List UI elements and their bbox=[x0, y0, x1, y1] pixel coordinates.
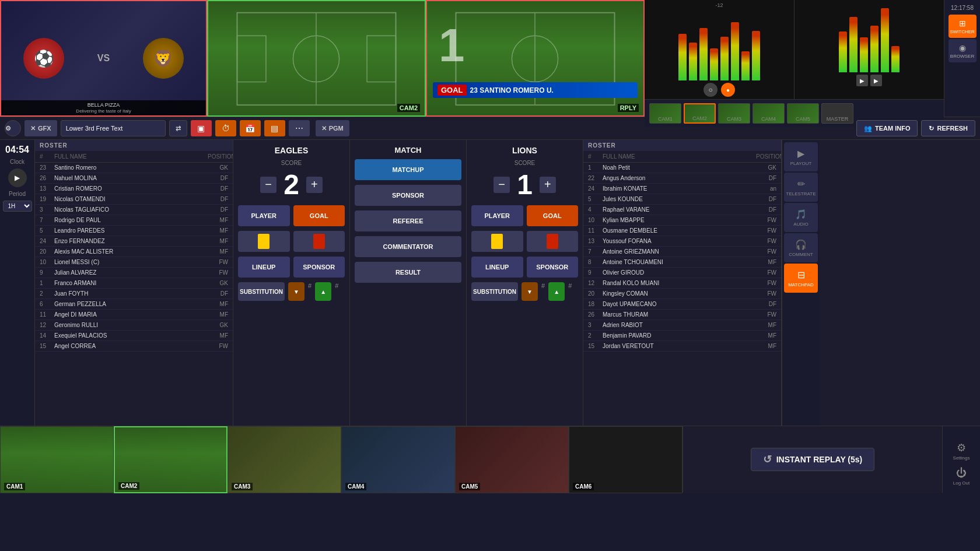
away-roster-row[interactable]: 24 Ibrahim KONATE an bbox=[583, 184, 781, 194]
away-red-card-btn[interactable] bbox=[527, 231, 579, 252]
away-lineup-btn[interactable]: LINEUP bbox=[471, 257, 523, 278]
switcher-cam5[interactable]: CAM5 bbox=[787, 103, 819, 124]
away-roster-row[interactable]: 4 Raphael VARANE DF bbox=[583, 205, 781, 215]
home-red-card-btn[interactable] bbox=[293, 231, 345, 252]
gfx-btn[interactable]: ✕ GFX bbox=[24, 120, 57, 136]
match-sponsor-btn[interactable]: SPONSOR bbox=[355, 185, 461, 206]
vu-circle-btn[interactable]: ○ bbox=[704, 83, 718, 97]
away-roster-row[interactable]: 26 Marcus THURAM FW bbox=[583, 310, 781, 320]
matchpad-tab[interactable]: ⊟ MATCHPAD bbox=[784, 264, 818, 293]
thumb-cam4[interactable]: CAM4 bbox=[341, 426, 455, 493]
home-roster-row[interactable]: 9 Julian ALVAREZ FW bbox=[35, 268, 233, 278]
switcher-master[interactable]: MASTER bbox=[821, 103, 853, 124]
period-select[interactable]: 1H 2H ET1 ET2 bbox=[3, 201, 32, 212]
home-roster-row[interactable]: 19 Nicolas OTAMENDI DF bbox=[35, 194, 233, 205]
home-score-minus[interactable]: − bbox=[260, 177, 276, 193]
pgm-btn[interactable]: ✕ PGM bbox=[316, 120, 349, 136]
home-roster-row[interactable]: 15 Angel CORREA FW bbox=[35, 341, 233, 352]
home-goal-btn[interactable]: GOAL bbox=[293, 205, 345, 226]
swap-btn[interactable]: ⇄ bbox=[169, 120, 187, 136]
away-sub-up-btn[interactable]: ▲ bbox=[548, 282, 565, 301]
settings-bottom-btn[interactable]: ⚙ Settings bbox=[947, 439, 976, 462]
away-roster-row[interactable]: 20 Kingsley COMAN FW bbox=[583, 289, 781, 299]
vu-on-air-btn[interactable]: ● bbox=[721, 83, 735, 97]
logout-btn[interactable]: ⏻ Log Out bbox=[947, 465, 976, 488]
away-score-plus[interactable]: + bbox=[540, 177, 556, 193]
video-panel-cam2[interactable]: CAM2 bbox=[207, 0, 426, 117]
home-lineup-btn[interactable]: LINEUP bbox=[238, 257, 290, 278]
live-btn[interactable]: ▤ bbox=[264, 120, 285, 136]
cam5-thumb[interactable]: CAM5 bbox=[787, 103, 819, 124]
home-roster-row[interactable]: 20 Alexis MAC ALLISTER MF bbox=[35, 247, 233, 257]
home-roster-row[interactable]: 14 Exequiel PALACIOS MF bbox=[35, 331, 233, 341]
vu2-play-btn2[interactable]: ▶ bbox=[870, 75, 882, 86]
away-roster-row[interactable]: 22 Angus Anderson DF bbox=[583, 173, 781, 184]
away-roster-row[interactable]: 7 Antoine GRIEZMANN FW bbox=[583, 247, 781, 257]
away-sub-label[interactable]: SUBSTITUTION bbox=[471, 282, 518, 301]
clock-btn[interactable]: ⏱ bbox=[215, 120, 236, 136]
home-score-plus[interactable]: + bbox=[306, 177, 323, 193]
switcher-tab[interactable]: ⊞ SWITCHER bbox=[949, 15, 977, 38]
away-roster-row[interactable]: 12 Randal KOLO MUANI FW bbox=[583, 278, 781, 289]
home-roster-row[interactable]: 3 Nicolas TAGLIAFICO DF bbox=[35, 205, 233, 215]
result-btn[interactable]: RESULT bbox=[355, 262, 461, 283]
home-sub-label[interactable]: SUBSTITUTION bbox=[238, 282, 285, 301]
thumb-cam2[interactable]: CAM2 bbox=[114, 426, 228, 493]
home-roster-row[interactable]: 23 Santino Romero GK bbox=[35, 163, 233, 173]
master-thumb[interactable]: MASTER bbox=[821, 103, 853, 124]
matchup-btn[interactable]: MATCHUP bbox=[355, 159, 461, 180]
calendar-btn[interactable]: 📅 bbox=[240, 120, 261, 136]
cam4-thumb[interactable]: CAM4 bbox=[752, 103, 785, 124]
away-roster-row[interactable]: 3 Adrien RABIOT MF bbox=[583, 320, 781, 331]
refresh-btn[interactable]: ↻ REFRESH bbox=[921, 120, 975, 136]
thumb-cam6[interactable]: CAM6 bbox=[569, 426, 682, 493]
switcher-cam4[interactable]: CAM4 bbox=[752, 103, 785, 124]
cam1-thumb[interactable]: CAM1 bbox=[649, 103, 681, 124]
thumb-cam5[interactable]: CAM5 bbox=[455, 426, 569, 493]
away-roster-row[interactable]: 18 Dayot UPAMECANO DF bbox=[583, 299, 781, 310]
settings-btn[interactable]: ⚙ bbox=[5, 120, 21, 136]
home-sub-up-btn[interactable]: ▲ bbox=[315, 282, 331, 301]
video-panel-rply[interactable]: 1 GOAL 23 SANTINO ROMERO U. RPLY bbox=[426, 0, 645, 117]
clock-play-btn[interactable]: ▶ bbox=[8, 169, 27, 187]
home-sponsor-btn[interactable]: SPONSOR bbox=[293, 257, 345, 278]
switcher-cam3[interactable]: CAM3 bbox=[718, 103, 750, 124]
away-yellow-card-btn[interactable] bbox=[471, 231, 523, 252]
home-roster-row[interactable]: 26 Nahuel MOLINA DF bbox=[35, 173, 233, 184]
home-roster-row[interactable]: 1 Franco ARMANI GK bbox=[35, 278, 233, 289]
home-roster-row[interactable]: 10 Lionel MESSI (C) FW bbox=[35, 257, 233, 268]
browser-tab[interactable]: ◉ BROWSER bbox=[949, 39, 977, 62]
away-roster-row[interactable]: 1 Noah Petit GK bbox=[583, 163, 781, 173]
away-sponsor-btn[interactable]: SPONSOR bbox=[527, 257, 579, 278]
commentator-btn[interactable]: COMMENTATOR bbox=[355, 236, 461, 257]
away-roster-row[interactable]: 13 Youssouf FOFANA FW bbox=[583, 236, 781, 247]
away-roster-row[interactable]: 2 Benjamin PAVARD MF bbox=[583, 331, 781, 341]
home-roster-row[interactable]: 5 Leandro PAREDES MF bbox=[35, 226, 233, 236]
playout-tab[interactable]: ▶ PLAYOUT bbox=[784, 142, 818, 171]
away-roster-row[interactable]: 9 Olivier GIROUD FW bbox=[583, 268, 781, 278]
home-roster-row[interactable]: 11 Angel DI MARIA MF bbox=[35, 310, 233, 320]
thumb-cam3[interactable]: CAM3 bbox=[228, 426, 341, 493]
home-roster-row[interactable]: 12 Geronimo RULLI GK bbox=[35, 320, 233, 331]
away-roster-row[interactable]: 10 Kylian MBAPPE FW bbox=[583, 215, 781, 226]
video-btn[interactable]: ▣ bbox=[191, 120, 212, 136]
away-score-minus[interactable]: − bbox=[494, 177, 510, 193]
comment-tab[interactable]: 🎧 COMMENT bbox=[784, 233, 818, 262]
home-roster-row[interactable]: 7 Rodrigo DE PAUL MF bbox=[35, 215, 233, 226]
home-sub-down-btn[interactable]: ▼ bbox=[288, 282, 304, 301]
referee-btn[interactable]: REFEREE bbox=[355, 210, 461, 231]
home-roster-row[interactable]: 2 Juan FOYTH DF bbox=[35, 289, 233, 299]
away-roster-row[interactable]: 5 Jules KOUNDE DF bbox=[583, 194, 781, 205]
video-panel-home[interactable]: ⚽ VS 🦁 BELLA PIZZADelivering the taste o… bbox=[0, 0, 207, 117]
switcher-cam2[interactable]: CAM2 bbox=[684, 103, 716, 124]
switcher-cam1[interactable]: CAM1 bbox=[649, 103, 681, 124]
away-player-btn[interactable]: PLAYER bbox=[471, 205, 523, 226]
telestrate-tab[interactable]: ✏ TELESTRATE bbox=[784, 173, 818, 202]
home-player-btn[interactable]: PLAYER bbox=[238, 205, 290, 226]
cam2-thumb[interactable]: CAM2 bbox=[684, 103, 716, 124]
audio-tab[interactable]: 🎵 AUDIO bbox=[784, 203, 818, 232]
thumb-cam1[interactable]: CAM1 bbox=[0, 426, 114, 493]
home-roster-row[interactable]: 24 Enzo FERNANDEZ MF bbox=[35, 236, 233, 247]
team-info-btn[interactable]: 👥 TEAM INFO bbox=[856, 120, 918, 136]
lower-third-input[interactable] bbox=[61, 120, 166, 136]
